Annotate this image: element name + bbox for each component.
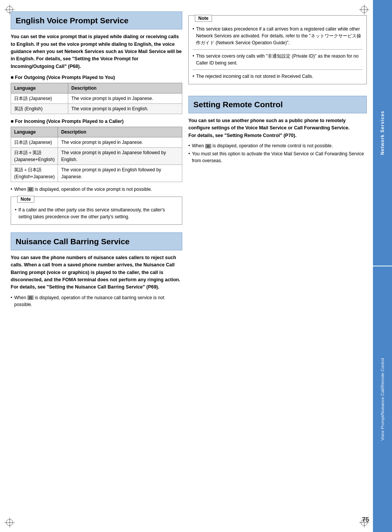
- english-voice-section: English Voice Prompt Service: [11, 11, 182, 29]
- remote-bullet-text-1: When ⊟ is displayed, operation of the re…: [192, 142, 333, 149]
- nuisance-intro: You can save the phone numbers of nuisan…: [11, 254, 182, 291]
- sidebar-bottom-label: Voice Prompt/Nuisance Call/Remote Contro…: [380, 358, 385, 440]
- incoming-table-body: 日本語 (Japanese) The voice prompt is playe…: [11, 137, 182, 182]
- english-voice-intro: You can set the voice prompt that is pla…: [11, 33, 182, 192]
- outgoing-desc-2: The voice prompt is played in English.: [68, 103, 182, 114]
- incoming-lang-3: 英語＋日本語(English+Japanese): [11, 164, 58, 182]
- outgoing-lang-2: 英語 (English): [11, 103, 68, 114]
- right-note-box: Note • This service takes precedence if …: [188, 15, 367, 84]
- incoming-table: Language Description 日本語 (Japanese) The …: [11, 127, 182, 182]
- nuisance-section: Nuisance Call Barring Service You can sa…: [11, 232, 182, 308]
- note-divider-1: [193, 49, 363, 50]
- bullet-dot: •: [15, 206, 16, 213]
- left-column: English Voice Prompt Service You can set…: [11, 11, 182, 521]
- remote-bullet-text-2: You must set this option to activate the…: [192, 150, 367, 164]
- bullet-dot: •: [188, 142, 190, 149]
- outgoing-lang-1: 日本語 (Japanese): [11, 93, 68, 103]
- bullet-dot: •: [11, 294, 12, 301]
- nuisance-title: Nuisance Call Barring Service: [16, 237, 177, 246]
- note-label-container: Note: [11, 197, 182, 203]
- phone-icon-3: ⊟: [205, 144, 211, 148]
- right-note-text-2: This service covers only calls with "非通知…: [196, 53, 363, 66]
- incoming-col-description: Description: [58, 127, 182, 137]
- right-note-bullet-3: • The rejected incoming call is not stor…: [193, 73, 363, 80]
- remote-control-box: Setting Remote Control: [188, 96, 367, 113]
- remote-control-section: Setting Remote Control You can set to us…: [188, 96, 367, 164]
- remote-bullet-2: • You must set this option to activate t…: [188, 150, 367, 164]
- right-note-content: • This service takes precedence if a cal…: [189, 22, 366, 84]
- nuisance-box: Nuisance Call Barring Service: [11, 232, 182, 250]
- right-note-bullet-1: • This service takes precedence if a cal…: [193, 26, 363, 46]
- right-note-label: Note: [195, 15, 212, 22]
- right-note-label-container: Note: [189, 16, 366, 22]
- bullet-dot: •: [11, 186, 12, 193]
- sidebar-network-services: Network Services: [373, 0, 392, 266]
- note-bullet-1: • If a caller and the other party use th…: [15, 206, 178, 220]
- table-row: 日本語 (Japanese) The voice prompt is playe…: [11, 137, 182, 147]
- nuisance-bullet: • When ⊟ is displayed, operation of the …: [11, 294, 182, 308]
- bullet-dot: •: [193, 73, 194, 80]
- nuisance-bullet-text: When ⊟ is displayed, operation of the nu…: [14, 294, 182, 308]
- phone-icon-2: ⊟: [27, 295, 34, 300]
- incoming-lang-2: 日本語＋英語(Japanese+English): [11, 147, 58, 164]
- main-content: English Voice Prompt Service You can set…: [0, 0, 372, 532]
- outgoing-desc-1: The voice prompt is played in Japanese.: [68, 93, 182, 103]
- table-row: 日本語 (Japanese) The voice prompt is playe…: [11, 93, 182, 103]
- voice-bullet: • When ⊟ is displayed, operation of the …: [11, 186, 182, 193]
- sidebar: Network Services Voice Prompt/Nuisance C…: [373, 0, 392, 532]
- outgoing-table: Language Description 日本語 (Japanese) The …: [11, 83, 182, 114]
- english-voice-title: English Voice Prompt Service: [16, 16, 177, 25]
- incoming-heading: ■ For Incoming (Voice Prompts Played to …: [11, 118, 182, 125]
- note-text-1: If a caller and the other party use this…: [18, 206, 178, 220]
- sidebar-top-label: Network Services: [380, 111, 385, 155]
- outgoing-table-body: 日本語 (Japanese) The voice prompt is playe…: [11, 93, 182, 114]
- incoming-desc-2: The voice prompt is played in Japanese f…: [58, 147, 182, 164]
- voice-bullet-text: When ⊟ is displayed, operation of the vo…: [14, 186, 152, 193]
- note-content-1: • If a caller and the other party use th…: [11, 203, 182, 224]
- right-note-bullet-2: • This service covers only calls with "非…: [193, 53, 363, 66]
- bullet-dot: •: [188, 150, 190, 157]
- right-note-text-3: The rejected incoming call is not stored…: [196, 73, 313, 80]
- sidebar-sub-label: Voice Prompt/Nuisance Call/Remote Contro…: [373, 266, 392, 532]
- right-column: Note • This service takes precedence if …: [188, 11, 367, 521]
- bullet-dot: •: [193, 53, 194, 60]
- incoming-desc-1: The voice prompt is played in Japanese.: [58, 137, 182, 147]
- note-label-1: Note: [17, 196, 34, 203]
- remote-bullet-1: • When ⊟ is displayed, operation of the …: [188, 142, 367, 149]
- table-row: 日本語＋英語(Japanese+English) The voice promp…: [11, 147, 182, 164]
- remote-control-title: Setting Remote Control: [193, 100, 362, 109]
- right-note-text-1: This service takes precedence if a call …: [196, 26, 363, 46]
- bullet-dot: •: [193, 26, 194, 32]
- incoming-desc-3: The voice prompt is played in English fo…: [58, 164, 182, 182]
- table-row: 英語＋日本語(English+Japanese) The voice promp…: [11, 164, 182, 182]
- incoming-lang-1: 日本語 (Japanese): [11, 137, 58, 147]
- incoming-col-language: Language: [11, 127, 58, 137]
- phone-icon: ⊟: [27, 187, 34, 192]
- outgoing-col-description: Description: [68, 83, 182, 93]
- remote-control-intro: You can set to use another phone such as…: [188, 117, 367, 139]
- outgoing-heading: ■ For Outgoing (Voice Prompts Played to …: [11, 74, 182, 81]
- english-voice-note: Note • If a caller and the other party u…: [11, 197, 182, 225]
- outgoing-col-language: Language: [11, 83, 68, 93]
- page: 75 Network Services Voice Prompt/Nuisanc…: [0, 0, 392, 532]
- note-divider-2: [193, 69, 363, 70]
- table-row: 英語 (English) The voice prompt is played …: [11, 103, 182, 114]
